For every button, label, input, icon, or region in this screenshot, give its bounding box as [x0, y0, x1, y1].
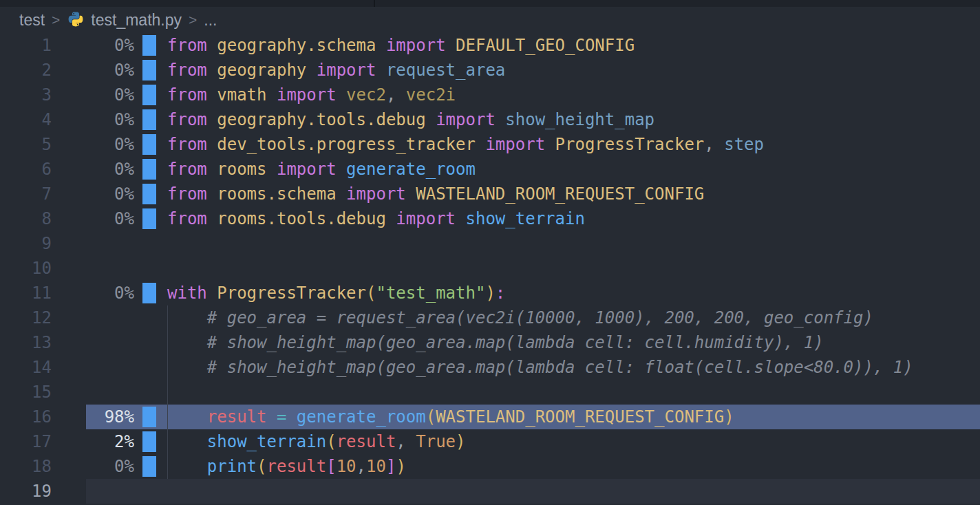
line-number[interactable]: 5 [0, 132, 52, 157]
code-text[interactable]: print(result[10,10]) [167, 454, 406, 479]
line-number[interactable]: 14 [0, 355, 52, 380]
coverage-percent: 0% [52, 132, 134, 157]
line-number[interactable]: 1 [0, 33, 52, 58]
token-punct: , [704, 135, 724, 154]
token-mod: ProgressTracker [555, 135, 705, 154]
code-line[interactable]: 9 [0, 231, 980, 256]
code-text[interactable]: from vmath import vec2, vec2i [167, 83, 456, 107]
token-kw: import [386, 36, 456, 55]
code-text[interactable]: show_terrain(result, True) [167, 429, 466, 454]
token-mod: ProgressTracker [217, 283, 366, 303]
code-line[interactable]: 40%from geography.tools.debug import sho… [0, 107, 980, 132]
breadcrumb-folder[interactable]: test [19, 11, 45, 30]
code-line[interactable]: 80%from rooms.tools.debug import show_te… [0, 206, 980, 231]
coverage-marker [142, 208, 156, 229]
code-text[interactable]: from rooms.schema import WASTELAND_ROOM_… [167, 182, 704, 206]
python-icon [67, 12, 85, 30]
chevron-right-icon: > [52, 12, 60, 28]
token-pg: ( [366, 283, 376, 303]
code-text[interactable]: from rooms.tools.debug import show_terra… [167, 206, 585, 231]
token-kw: import [317, 61, 386, 80]
code-text[interactable]: from geography.schema import DEFAULT_GEO… [167, 33, 635, 58]
line-number[interactable]: 2 [0, 58, 52, 83]
line-number[interactable]: 7 [0, 182, 52, 206]
coverage-marker [142, 407, 156, 427]
token-kw: import [396, 209, 465, 228]
code-line[interactable]: 180% print(result[10,10]) [0, 454, 980, 479]
chevron-right-icon: > [189, 12, 197, 28]
line-number[interactable]: 9 [0, 231, 52, 256]
code-line[interactable]: 19 [0, 479, 980, 504]
token-kw: from [167, 160, 217, 179]
line-number[interactable]: 19 [0, 479, 52, 504]
code-line[interactable]: 10 [0, 256, 980, 281]
coverage-marker [142, 85, 156, 105]
code-line[interactable]: 110%with ProgressTracker("test_math"): [0, 281, 980, 305]
token-mod: geography.tools.debug [217, 110, 436, 129]
token-kw: from [167, 209, 217, 228]
coverage-marker [142, 134, 156, 155]
coverage-marker [142, 60, 156, 80]
code-text[interactable]: from rooms import generate_room [167, 157, 476, 182]
code-text[interactable]: from dev_tools.progress_tracker import P… [167, 132, 764, 157]
code-line[interactable]: 70%from rooms.schema import WASTELAND_RO… [0, 182, 980, 206]
token-kw: from [167, 61, 217, 80]
token-var: result [337, 432, 396, 451]
coverage-percent: 98% [52, 405, 134, 429]
line-number[interactable]: 15 [0, 380, 52, 405]
token-fnm: step [724, 135, 764, 154]
breadcrumb-file[interactable]: test_math.py [91, 11, 182, 30]
line-number[interactable]: 17 [0, 429, 52, 454]
code-line[interactable]: 30%from vmath import vec2, vec2i [0, 83, 980, 107]
token-pg: ( [257, 457, 266, 476]
line-number[interactable]: 12 [0, 305, 52, 330]
token-pg: ) [396, 457, 405, 476]
coverage-marker [142, 184, 156, 204]
code-text[interactable]: # show_height_map(geo_area.map(lambda ce… [167, 330, 824, 355]
line-number[interactable]: 10 [0, 256, 52, 281]
code-line[interactable]: 60%from rooms import generate_room [0, 157, 980, 182]
token-pg: ( [326, 432, 336, 451]
breadcrumb: test > test_math.py > ... [0, 7, 980, 33]
tab-strip [0, 0, 980, 7]
line-number[interactable]: 3 [0, 83, 52, 107]
code-line[interactable]: 172% show_terrain(result, True) [0, 429, 980, 454]
line-number[interactable]: 6 [0, 157, 52, 182]
token-num: 10 [337, 457, 356, 476]
code-text[interactable]: # show_height_map(geo_area.map(lambda ce… [167, 355, 913, 380]
token-fnm: request_area [386, 61, 505, 80]
code-line[interactable]: 50%from dev_tools.progress_tracker impor… [0, 132, 980, 157]
line-number[interactable]: 11 [0, 281, 52, 305]
indent-guide [167, 305, 168, 479]
token-mod: vmath [217, 85, 277, 105]
code-line[interactable]: 13 # show_height_map(geo_area.map(lambda… [0, 330, 980, 355]
code-line[interactable]: 10%from geography.schema import DEFAULT_… [0, 33, 980, 58]
code-text[interactable]: # geo_area = request_area(vec2i(10000, 1… [167, 305, 873, 330]
code-text[interactable]: from geography.tools.debug import show_h… [167, 107, 654, 132]
line-number[interactable]: 8 [0, 206, 52, 231]
breadcrumb-symbol[interactable]: ... [204, 11, 217, 30]
code-text[interactable]: with ProgressTracker("test_math"): [167, 281, 505, 305]
token-pg: ) [724, 407, 734, 427]
code-area: 10%from geography.schema import DEFAULT_… [0, 33, 980, 505]
code-line[interactable]: 20%from geography import request_area [0, 58, 980, 83]
token-pl [167, 432, 207, 451]
token-punct: , [396, 432, 416, 451]
coverage-marker [142, 159, 156, 180]
token-kw: : [496, 283, 505, 303]
token-fn: generate_room [297, 407, 426, 427]
line-number[interactable]: 4 [0, 107, 52, 132]
token-mod: geography [217, 61, 317, 80]
code-text[interactable]: from geography import request_area [167, 58, 505, 83]
code-line[interactable]: 15 [0, 380, 980, 405]
line-number[interactable]: 18 [0, 454, 52, 479]
token-mod: WASTELAND_ROOM_REQUEST_CONFIG [416, 184, 704, 204]
line-number[interactable]: 13 [0, 330, 52, 355]
token-pg: ) [485, 283, 495, 303]
code-text[interactable]: result = generate_room(WASTELAND_ROOM_RE… [167, 405, 734, 429]
code-line[interactable]: 1698% result = generate_room(WASTELAND_R… [0, 405, 980, 429]
code-line[interactable]: 12 # geo_area = request_area(vec2i(10000… [0, 305, 980, 330]
line-number[interactable]: 16 [0, 405, 52, 429]
code-line[interactable]: 14 # show_height_map(geo_area.map(lambda… [0, 355, 980, 380]
token-mod: rooms.tools.debug [217, 209, 396, 228]
